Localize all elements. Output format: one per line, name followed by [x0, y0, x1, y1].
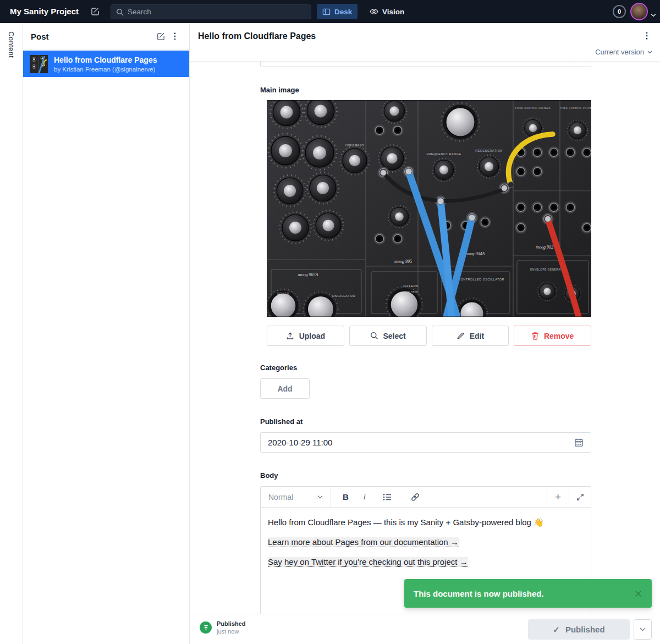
bold-icon[interactable]: B: [343, 492, 349, 502]
calendar-icon[interactable]: [574, 438, 584, 447]
avatar[interactable]: [630, 3, 648, 20]
svg-text:FREQUENCY RANGE: FREQUENCY RANGE: [426, 152, 461, 156]
check-icon: ✓: [553, 625, 560, 635]
italic-icon[interactable]: i: [364, 492, 366, 502]
overflow-menu-icon: ⋮: [170, 32, 179, 41]
upload-icon: [286, 332, 294, 340]
body-link[interactable]: Say hey on Twitter if you're checking ou…: [268, 557, 468, 567]
svg-text:moog 902: moog 902: [536, 245, 553, 250]
remove-button-label: Remove: [544, 332, 574, 340]
desk-icon: [322, 8, 331, 16]
eye-icon: [370, 8, 378, 15]
document-thumbnail: [30, 55, 48, 73]
sidebar-item-content[interactable]: Content: [7, 31, 15, 644]
document-footer: Published just now ✓ Published: [190, 614, 660, 644]
svg-text:OSCILLATOR: OSCILLATOR: [332, 294, 356, 298]
published-at-input[interactable]: 2020-10-29 11:00: [260, 432, 591, 453]
status-timestamp: just now: [217, 628, 246, 635]
image-actions: Upload Select Edit Remove: [267, 326, 591, 346]
generate-button-partial[interactable]: [570, 62, 591, 67]
tab-desk[interactable]: Desk: [317, 4, 358, 19]
upload-button[interactable]: Upload: [267, 326, 344, 346]
published-at-label: Published at: [260, 417, 302, 426]
search-icon: [116, 8, 124, 16]
publish-menu-button[interactable]: [634, 619, 652, 640]
categories-label: Categories: [260, 364, 297, 372]
search-input[interactable]: [128, 8, 306, 16]
project-title[interactable]: My Sanity Project: [10, 7, 79, 16]
presence-badge[interactable]: 0: [613, 5, 626, 18]
document-menu-icon[interactable]: ⋮: [640, 29, 653, 42]
version-selector[interactable]: Current version: [595, 48, 652, 56]
document-form: Main image: [190, 62, 660, 614]
remove-button[interactable]: Remove: [514, 326, 591, 346]
close-icon[interactable]: [634, 590, 642, 598]
list-item-title: Hello from Cloudflare Pages: [54, 56, 157, 65]
publish-button[interactable]: ✓ Published: [528, 619, 630, 640]
main-image-preview[interactable]: HIGH PASS FREQUENCY RANGE REGENERATION F…: [267, 100, 591, 317]
link-icon[interactable]: [409, 491, 422, 504]
chevron-down-icon[interactable]: [651, 9, 656, 19]
body-paragraph: Hello from Cloudflare Pages — this is my…: [268, 516, 584, 528]
list-item[interactable]: Hello from Cloudflare Pages by Kristian …: [23, 51, 189, 77]
panel-menu-icon[interactable]: ⋮: [168, 30, 182, 43]
compose-icon[interactable]: [90, 6, 101, 17]
svg-text:moog 904A: moog 904A: [465, 251, 485, 256]
pencil-icon: [457, 332, 465, 340]
style-selector-value: Normal: [268, 493, 293, 502]
list-item-text: Hello from Cloudflare Pages by Kristian …: [54, 56, 157, 73]
edit-button-label: Edit: [470, 332, 484, 340]
post-list-panel: Post ⋮ Hello from Cloudflare Pages by Kr…: [23, 23, 190, 644]
document-header: Hello from Cloudflare Pages ⋮ Current ve…: [190, 23, 660, 62]
svg-text:LOW PASS: LOW PASS: [404, 290, 418, 293]
topbar: My Sanity Project Desk Vision 0: [0, 0, 660, 23]
version-label: Current version: [595, 48, 644, 56]
publish-icon: [200, 621, 212, 634]
plus-icon: +: [555, 492, 561, 502]
body-link[interactable]: Learn more about Pages from our document…: [268, 537, 459, 547]
select-button[interactable]: Select: [349, 326, 427, 346]
presence-count: 0: [618, 8, 621, 15]
svg-text:FIXED CONTROL VOLTAGE: FIXED CONTROL VOLTAGE: [560, 107, 591, 109]
tab-desk-label: Desk: [334, 8, 352, 16]
edit-button[interactable]: Edit: [432, 326, 509, 346]
editor-toolbar: Normal B i +: [261, 487, 591, 508]
panel-title: Post: [31, 32, 154, 41]
add-category-button[interactable]: Add: [260, 378, 310, 399]
search-bar: [111, 4, 311, 19]
svg-text:REGENERATION: REGENERATION: [475, 149, 503, 152]
body-label: Body: [260, 471, 278, 480]
publish-status: Published just now: [200, 620, 246, 635]
select-button-label: Select: [383, 332, 406, 340]
svg-text:FILTERS: FILTERS: [403, 284, 419, 288]
svg-text:FIXED CONTROL VOLTAGE: FIXED CONTROL VOLTAGE: [515, 107, 551, 109]
chevron-down-icon: [317, 495, 323, 499]
document-panel: Hello from Cloudflare Pages ⋮ Current ve…: [190, 23, 660, 644]
svg-text:moog 995: moog 995: [394, 259, 412, 264]
content-rail: Content: [0, 23, 23, 644]
body-paragraph: Learn more about Pages from our document…: [268, 536, 584, 548]
new-document-icon[interactable]: [154, 29, 168, 43]
publish-status-text: Published just now: [217, 620, 246, 635]
published-at-value: 2020-10-29 11:00: [268, 438, 332, 447]
svg-text:HIGH PASS: HIGH PASS: [345, 144, 364, 147]
list-item-subtitle: by Kristian Freeman (@signalnerve): [54, 66, 157, 73]
tab-vision[interactable]: Vision: [364, 4, 410, 19]
chevron-down-icon: [647, 51, 652, 54]
main-image-label: Main image: [260, 86, 299, 94]
svg-text:DRIVER: DRIVER: [277, 292, 289, 295]
sanity-studio: My Sanity Project Desk Vision 0: [0, 0, 660, 644]
post-list-header: Post ⋮: [23, 23, 189, 50]
insert-block-button[interactable]: +: [547, 487, 569, 507]
fullscreen-icon[interactable]: [569, 487, 591, 507]
publish-button-label: Published: [565, 625, 605, 634]
toast-notification: This document is now published.: [404, 579, 652, 608]
svg-text:moog 907A: moog 907A: [298, 272, 318, 277]
magnifier-icon: [370, 332, 378, 340]
slug-field-partial[interactable]: [260, 62, 591, 67]
format-buttons: B i: [331, 487, 547, 507]
list-icon[interactable]: [381, 491, 394, 503]
svg-text:CONTROLLED OSCILLATOR: CONTROLLED OSCILLATOR: [458, 278, 504, 281]
upload-button-label: Upload: [299, 332, 325, 340]
style-selector[interactable]: Normal: [261, 487, 331, 507]
